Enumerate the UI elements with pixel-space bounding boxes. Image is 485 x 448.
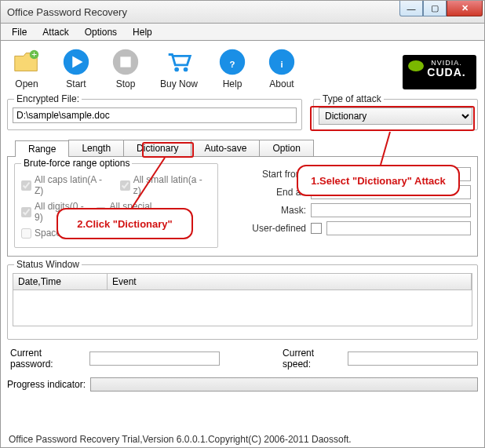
status-bar: Office Password Recovery Trial,Version 6… [9, 434, 352, 445]
tab-autosave[interactable]: Auto-save [191, 140, 260, 156]
window-title: Office Password Recovery [7, 6, 127, 18]
col-datetime[interactable]: Date,Time [13, 274, 108, 290]
menu-bar: File Attack Options Help [0, 24, 485, 41]
stop-label: Stop [116, 78, 136, 89]
brute-force-group: Brute-force range options All caps latin… [14, 163, 218, 248]
cart-icon [164, 47, 194, 77]
buynow-label: Buy Now [160, 78, 198, 89]
user-defined-label: User-defined [250, 223, 306, 234]
settings-tabs: Range Length Dictionary Auto-save Option [7, 140, 478, 156]
start-from-input[interactable] [311, 167, 471, 181]
encrypted-file-input[interactable] [13, 107, 297, 123]
svg-point-5 [174, 67, 179, 72]
mask-input[interactable] [311, 203, 471, 217]
buynow-button[interactable]: Buy Now [160, 47, 198, 89]
chk-special[interactable]: All special symbols(!@#…) [96, 201, 211, 223]
brute-force-legend: Brute-force range options [21, 158, 132, 169]
attack-type-select[interactable]: Dictionary [319, 107, 472, 125]
play-icon [61, 47, 91, 77]
attack-type-legend: Type of attack [320, 93, 384, 104]
tab-option[interactable]: Option [259, 140, 313, 156]
status-table-header: Date,Time Event [13, 274, 472, 290]
end-at-input[interactable] [311, 185, 471, 199]
about-label: About [269, 78, 294, 89]
current-speed-label: Current speed: [283, 348, 343, 370]
help-label: Help [223, 78, 242, 89]
current-speed-input[interactable] [348, 351, 478, 366]
svg-text:i: i [280, 60, 283, 69]
stop-icon [111, 47, 140, 77]
nvidia-eye-icon [408, 60, 424, 71]
cuda-text: CUDA. [427, 66, 465, 78]
start-from-label: Start from: [250, 169, 306, 180]
open-button[interactable]: + Open [12, 47, 42, 89]
status-window-group: Status Window Date,Time Event [7, 264, 478, 340]
help-icon: ? [217, 47, 247, 77]
tab-length[interactable]: Length [68, 140, 124, 156]
encrypted-file-legend: Encrypted File: [14, 93, 82, 104]
current-password-label: Current password: [10, 348, 85, 370]
status-table: Date,Time Event [13, 273, 472, 326]
svg-rect-4 [120, 56, 130, 67]
chk-caps[interactable]: All caps latin(A - Z) [21, 174, 112, 196]
help-button[interactable]: ? Help [217, 47, 247, 89]
folder-open-icon: + [12, 47, 42, 77]
status-window-legend: Status Window [14, 259, 82, 270]
toolbar: + Open Start Stop Buy Now ? Help i About… [7, 46, 478, 96]
nvidia-cuda-logo: NVIDIA. CUDA. [403, 55, 476, 89]
chk-space[interactable]: Space [21, 228, 211, 239]
maximize-button[interactable]: ▢ [423, 1, 447, 16]
current-password-input[interactable] [89, 351, 220, 366]
mask-label: Mask: [250, 205, 306, 216]
menu-help[interactable]: Help [126, 25, 159, 39]
encrypted-file-group: Encrypted File: [7, 99, 302, 130]
user-defined-input[interactable] [326, 221, 471, 235]
menu-file[interactable]: File [5, 25, 33, 39]
title-bar: Office Password Recovery — ▢ ✕ [0, 0, 485, 24]
svg-text:+: + [31, 49, 37, 59]
start-label: Start [66, 78, 86, 89]
info-icon: i [267, 47, 297, 77]
svg-text:?: ? [230, 60, 235, 69]
window-controls: — ▢ ✕ [399, 1, 483, 16]
close-button[interactable]: ✕ [447, 1, 483, 16]
tab-dictionary[interactable]: Dictionary [123, 140, 191, 156]
attack-type-group: Type of attack Dictionary [313, 99, 478, 130]
range-fields: Start from: End at: Mask: User-defined [250, 167, 471, 235]
tab-panel-range: Brute-force range options All caps latin… [7, 156, 478, 257]
chk-digits[interactable]: All digits(0 - 9) [21, 201, 88, 223]
tab-range[interactable]: Range [15, 140, 69, 157]
minimize-button[interactable]: — [399, 1, 423, 16]
svg-point-6 [184, 67, 188, 72]
col-event[interactable]: Event [108, 274, 472, 290]
progress-label: Progress indicator: [7, 379, 86, 390]
start-button[interactable]: Start [61, 47, 91, 89]
open-label: Open [15, 78, 38, 89]
end-at-label: End at: [250, 187, 306, 198]
chk-small[interactable]: All small latin(a - z) [120, 174, 211, 196]
menu-options[interactable]: Options [78, 25, 123, 39]
menu-attack[interactable]: Attack [36, 25, 75, 39]
progress-bar [90, 377, 478, 392]
user-defined-checkbox[interactable] [311, 223, 322, 234]
stop-button[interactable]: Stop [111, 47, 140, 89]
about-button[interactable]: i About [267, 47, 297, 89]
